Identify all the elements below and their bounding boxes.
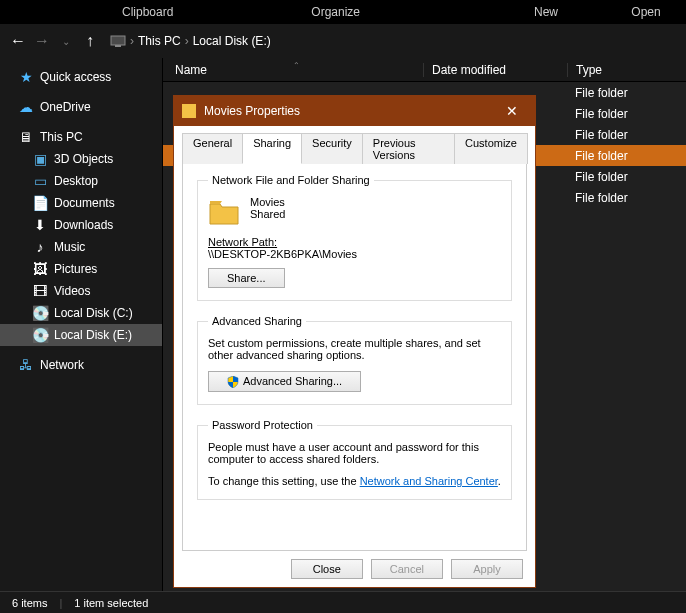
- group-label: Network File and Folder Sharing: [208, 174, 374, 186]
- nav-back[interactable]: ←: [8, 32, 28, 50]
- tree-disk-e[interactable]: 💽Local Disk (E:): [0, 324, 162, 346]
- folder-icon: [182, 104, 196, 118]
- col-date-modified[interactable]: Date modified: [423, 63, 567, 77]
- sharing-panel: Network File and Folder Sharing Movies S…: [182, 164, 527, 551]
- tree-desktop[interactable]: ▭Desktop: [0, 170, 162, 192]
- ribbon-clipboard[interactable]: Clipboard: [110, 5, 185, 19]
- dialog-titlebar[interactable]: Movies Properties ✕: [174, 96, 535, 126]
- pc-icon: 🖥: [18, 129, 34, 145]
- tab-security[interactable]: Security: [301, 133, 363, 164]
- chevron-right-icon: ›: [130, 34, 134, 48]
- tab-customize[interactable]: Customize: [454, 133, 528, 164]
- tree-label: OneDrive: [40, 100, 91, 114]
- tab-sharing[interactable]: Sharing: [242, 133, 302, 164]
- ribbon-tabs: Clipboard Organize New Open: [0, 0, 686, 24]
- tree-3d-objects[interactable]: ▣3D Objects: [0, 148, 162, 170]
- download-icon: ⬇: [32, 217, 48, 233]
- share-button[interactable]: Share...: [208, 268, 285, 288]
- svg-rect-1: [115, 45, 121, 47]
- tree-pictures[interactable]: 🖼Pictures: [0, 258, 162, 280]
- shared-folder-icon: [208, 196, 240, 228]
- network-sharing-group: Network File and Folder Sharing Movies S…: [197, 174, 512, 301]
- apply-button[interactable]: Apply: [451, 559, 523, 579]
- nav-bar: ← → ⌄ ↑ › This PC › Local Disk (E:): [0, 24, 686, 58]
- nav-recent[interactable]: ⌄: [56, 36, 76, 47]
- pc-icon: [110, 33, 126, 49]
- tree-downloads[interactable]: ⬇Downloads: [0, 214, 162, 236]
- drive-icon: 💽: [32, 305, 48, 321]
- tree-label: 3D Objects: [54, 152, 113, 166]
- shared-folder-state: Shared: [250, 208, 285, 220]
- column-headers[interactable]: Name⌃ Date modified Type: [163, 58, 686, 82]
- tree-label: Music: [54, 240, 85, 254]
- star-icon: ★: [18, 69, 34, 85]
- picture-icon: 🖼: [32, 261, 48, 277]
- breadcrumb-drive[interactable]: Local Disk (E:): [193, 34, 271, 48]
- tree-music[interactable]: ♪Music: [0, 236, 162, 258]
- desktop-icon: ▭: [32, 173, 48, 189]
- shield-icon: [227, 376, 239, 388]
- nav-tree[interactable]: ★Quick access ☁OneDrive 🖥This PC ▣3D Obj…: [0, 58, 163, 591]
- network-path-value: \\DESKTOP-2KB6PKA\Movies: [208, 248, 501, 260]
- tree-label: Local Disk (C:): [54, 306, 133, 320]
- password-protection-group: Password Protection People must have a u…: [197, 419, 512, 500]
- tree-label: Network: [40, 358, 84, 372]
- status-selected-count: 1 item selected: [74, 597, 148, 609]
- tree-network[interactable]: 🖧Network: [0, 354, 162, 376]
- group-label: Password Protection: [208, 419, 317, 431]
- close-button[interactable]: ✕: [497, 103, 527, 119]
- tree-disk-c[interactable]: 💽Local Disk (C:): [0, 302, 162, 324]
- ribbon-open[interactable]: Open: [606, 5, 686, 19]
- network-sharing-center-link[interactable]: Network and Sharing Center: [360, 475, 498, 487]
- col-type[interactable]: Type: [567, 63, 686, 77]
- tree-quick-access[interactable]: ★Quick access: [0, 66, 162, 88]
- tree-label: Local Disk (E:): [54, 328, 132, 342]
- status-bar: 6 items | 1 item selected: [0, 591, 686, 613]
- ribbon-new[interactable]: New: [486, 5, 606, 19]
- tree-label: This PC: [40, 130, 83, 144]
- type-cell: File folder: [567, 170, 628, 184]
- close-button[interactable]: Close: [291, 559, 363, 579]
- tree-onedrive[interactable]: ☁OneDrive: [0, 96, 162, 118]
- dialog-tabs: General Sharing Security Previous Versio…: [182, 132, 527, 164]
- nav-up[interactable]: ↑: [80, 32, 100, 50]
- separator: |: [59, 597, 62, 609]
- advanced-sharing-button[interactable]: Advanced Sharing...: [208, 371, 361, 392]
- col-name[interactable]: Name⌃: [163, 63, 423, 77]
- type-cell: File folder: [567, 86, 628, 100]
- breadcrumb-root[interactable]: This PC: [138, 34, 181, 48]
- tree-label: Downloads: [54, 218, 113, 232]
- tab-general[interactable]: General: [182, 133, 243, 164]
- network-icon: 🖧: [18, 357, 34, 373]
- tree-documents[interactable]: 📄Documents: [0, 192, 162, 214]
- tab-previous-versions[interactable]: Previous Versions: [362, 133, 455, 164]
- sort-indicator-icon: ⌃: [293, 61, 300, 70]
- network-path-label: Network Path:: [208, 236, 501, 248]
- properties-dialog: Movies Properties ✕ General Sharing Secu…: [173, 95, 536, 588]
- tree-videos[interactable]: 🎞Videos: [0, 280, 162, 302]
- dialog-title: Movies Properties: [204, 104, 300, 118]
- tree-label: Quick access: [40, 70, 111, 84]
- breadcrumb[interactable]: › This PC › Local Disk (E:): [110, 33, 271, 49]
- drive-icon: 💽: [32, 327, 48, 343]
- chevron-right-icon: ›: [185, 34, 189, 48]
- tree-thispc[interactable]: 🖥This PC: [0, 126, 162, 148]
- tree-label: Pictures: [54, 262, 97, 276]
- svg-rect-0: [111, 36, 125, 45]
- cancel-button[interactable]: Cancel: [371, 559, 443, 579]
- type-cell: File folder: [567, 149, 628, 163]
- tree-label: Documents: [54, 196, 115, 210]
- cube-icon: ▣: [32, 151, 48, 167]
- group-label: Advanced Sharing: [208, 315, 306, 327]
- advanced-sharing-group: Advanced Sharing Set custom permissions,…: [197, 315, 512, 405]
- type-cell: File folder: [567, 128, 628, 142]
- shared-folder-name: Movies: [250, 196, 285, 208]
- nav-forward[interactable]: →: [32, 32, 52, 50]
- password-change-text: To change this setting, use the Network …: [208, 475, 501, 487]
- tree-label: Desktop: [54, 174, 98, 188]
- document-icon: 📄: [32, 195, 48, 211]
- dialog-buttons: Close Cancel Apply: [182, 551, 527, 579]
- ribbon-organize[interactable]: Organize: [185, 5, 486, 19]
- password-protection-text: People must have a user account and pass…: [208, 441, 501, 465]
- video-icon: 🎞: [32, 283, 48, 299]
